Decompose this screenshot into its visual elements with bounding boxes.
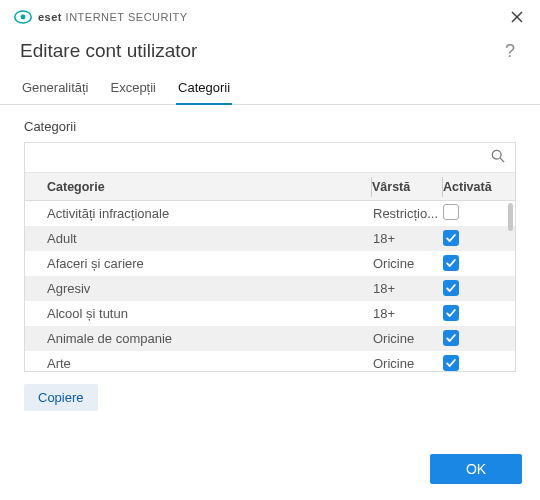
table-row[interactable]: Afaceri și cariereOricine	[25, 251, 515, 276]
table-row[interactable]: Agresiv18+	[25, 276, 515, 301]
svg-point-1	[21, 15, 26, 20]
enabled-checkbox[interactable]	[443, 204, 459, 220]
table-row[interactable]: Animale de companieOricine	[25, 326, 515, 351]
cell-category: Afaceri și cariere	[43, 256, 373, 271]
search-row	[25, 143, 515, 173]
table-body: Activități infracționaleRestricțio...Adu…	[25, 201, 515, 371]
enabled-checkbox[interactable]	[443, 280, 459, 296]
window: eset INTERNET SECURITY Editare cont util…	[0, 0, 540, 500]
eset-logo-icon	[14, 8, 32, 26]
brand-logo: eset INTERNET SECURITY	[14, 8, 188, 26]
enabled-checkbox[interactable]	[443, 355, 459, 371]
help-button[interactable]: ?	[500, 41, 520, 62]
search-input[interactable]	[33, 143, 489, 172]
page-title: Editare cont utilizator	[20, 40, 197, 62]
tab-categories[interactable]: Categorii	[176, 74, 232, 105]
ok-button[interactable]: OK	[430, 454, 522, 484]
close-button[interactable]	[508, 8, 526, 26]
copy-row: Copiere	[0, 372, 540, 411]
copy-button[interactable]: Copiere	[24, 384, 98, 411]
cell-age: Restricțio...	[373, 206, 443, 221]
table-row[interactable]: Alcool și tutun18+	[25, 301, 515, 326]
tabs: Generalități Excepții Categorii	[0, 70, 540, 105]
section-label: Categorii	[0, 105, 540, 142]
table-row[interactable]: Adult18+	[25, 226, 515, 251]
scrollbar-thumb[interactable]	[508, 203, 513, 231]
cell-category: Activități infracționale	[43, 206, 373, 221]
cell-category: Alcool și tutun	[43, 306, 373, 321]
col-header-category[interactable]: Categorie	[43, 180, 371, 194]
close-icon	[511, 11, 523, 23]
enabled-checkbox[interactable]	[443, 255, 459, 271]
cell-category: Adult	[43, 231, 373, 246]
cell-age: Oricine	[373, 256, 443, 271]
cell-category: Animale de companie	[43, 331, 373, 346]
footer: OK	[0, 440, 540, 500]
table-row[interactable]: ArteOricine	[25, 351, 515, 371]
svg-point-4	[492, 150, 501, 159]
col-header-enabled[interactable]: Activată	[443, 180, 515, 194]
table-row[interactable]: Activități infracționaleRestricțio...	[25, 201, 515, 226]
tab-exceptions[interactable]: Excepții	[108, 74, 158, 105]
cell-age: 18+	[373, 306, 443, 321]
categories-panel: Categorie Vârstă Activată Activități inf…	[24, 142, 516, 372]
cell-category: Agresiv	[43, 281, 373, 296]
cell-age: 18+	[373, 281, 443, 296]
enabled-checkbox[interactable]	[443, 305, 459, 321]
enabled-checkbox[interactable]	[443, 330, 459, 346]
col-header-age[interactable]: Vârstă	[372, 180, 442, 194]
search-icon[interactable]	[489, 149, 507, 166]
tab-general[interactable]: Generalități	[20, 74, 90, 105]
cell-age: Oricine	[373, 331, 443, 346]
brand-text: eset INTERNET SECURITY	[38, 11, 188, 23]
cell-age: 18+	[373, 231, 443, 246]
header: Editare cont utilizator ?	[0, 30, 540, 70]
cell-age: Oricine	[373, 356, 443, 371]
table-header: Categorie Vârstă Activată	[25, 173, 515, 201]
enabled-checkbox[interactable]	[443, 230, 459, 246]
cell-category: Arte	[43, 356, 373, 371]
title-bar: eset INTERNET SECURITY	[0, 0, 540, 30]
help-icon: ?	[505, 41, 515, 61]
svg-line-5	[500, 158, 504, 162]
